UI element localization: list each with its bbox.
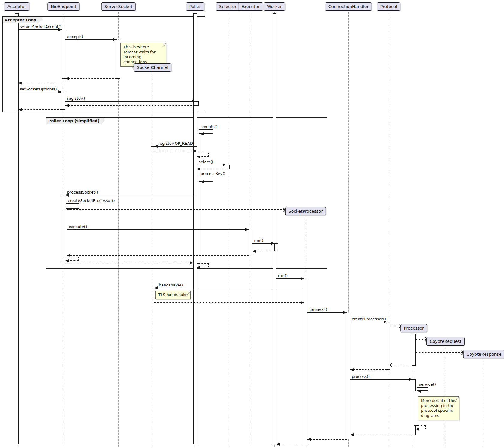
message-line-register bbox=[65, 101, 195, 102]
return-line-process-socket bbox=[65, 263, 193, 263]
arrowhead-accept bbox=[113, 38, 117, 41]
arrowhead-selfreturn-process-key bbox=[197, 266, 200, 269]
arrowhead-process-connection bbox=[343, 311, 347, 314]
lifeline-protocol bbox=[389, 12, 389, 447]
participant-socket-processor: SocketProcessor bbox=[285, 207, 326, 215]
arrowhead-return-create-processor bbox=[350, 368, 354, 371]
arrowhead-select bbox=[223, 163, 226, 166]
return-line-handshake bbox=[154, 302, 304, 303]
return-line-accept bbox=[65, 78, 117, 79]
message-label-accept: accept() bbox=[67, 34, 83, 39]
return-line-processor-create bbox=[392, 365, 412, 365]
return-line-process-connection bbox=[307, 439, 347, 440]
activation-connection-handler bbox=[347, 313, 350, 439]
frame-acceptor-loop-label: Acceptor Loop bbox=[2, 16, 42, 23]
note-tls: TLS handshake bbox=[155, 291, 191, 299]
message-label-run-worker: run() bbox=[254, 238, 263, 243]
message-line-create-coyote-response bbox=[416, 352, 463, 353]
arrowhead-return-handshake bbox=[301, 301, 304, 304]
participant-protocol: Protocol bbox=[377, 2, 400, 11]
arrowhead-process-processor bbox=[409, 378, 412, 381]
activation-processor-create bbox=[412, 334, 416, 366]
arrowhead-register-op-read bbox=[154, 145, 158, 148]
note-accept-text: This is where Tomcat waits for incoming … bbox=[123, 45, 156, 64]
arrowhead-return-run-socket-processor bbox=[276, 443, 280, 446]
return-line-server-socket-accept bbox=[19, 83, 62, 83]
message-line-select bbox=[197, 165, 226, 165]
message-label-set-socket-options: setSocketOptions() bbox=[20, 87, 57, 91]
participant-coyote-response: CoyoteResponse bbox=[463, 350, 504, 358]
message-label-process-key: processKey() bbox=[200, 171, 226, 176]
activation-selector bbox=[226, 165, 230, 169]
message-line-create-socket-processor-obj bbox=[67, 209, 285, 210]
activation-worker bbox=[273, 13, 276, 444]
message-label-process-processor: process() bbox=[352, 374, 370, 379]
participant-processor: Processor bbox=[400, 324, 427, 332]
activation-socket-channel-register bbox=[151, 146, 154, 151]
activation-nio-accept bbox=[62, 30, 65, 79]
arrowhead-return-process-processor bbox=[350, 433, 354, 436]
message-label-select: select() bbox=[199, 160, 213, 164]
message-line-process-socket bbox=[65, 195, 197, 195]
participant-selector: Selector bbox=[216, 2, 240, 11]
arrowhead-selfreturn-events bbox=[197, 155, 200, 158]
return-line-select bbox=[197, 169, 226, 169]
activation-server-socket bbox=[117, 40, 120, 79]
return-line-run-worker bbox=[252, 251, 274, 251]
arrowhead-process-key bbox=[200, 180, 204, 183]
arrowhead-selfreturn-create-socket-processor bbox=[65, 259, 69, 262]
activation-acceptor bbox=[15, 13, 19, 444]
message-line-process-connection bbox=[307, 312, 347, 313]
arrowhead-return-run-worker bbox=[252, 250, 256, 253]
return-line-run-socket-processor bbox=[276, 444, 304, 444]
message-line-create-processor bbox=[350, 322, 387, 322]
participant-nio-endpoint: NioEndpoint bbox=[47, 2, 79, 11]
message-line-server-socket-accept bbox=[19, 29, 62, 30]
return-line-register-op-read bbox=[154, 151, 197, 151]
return-line-set-socket-options bbox=[19, 109, 62, 110]
arrowhead-return-process-socket bbox=[190, 261, 193, 264]
message-label-register: register() bbox=[67, 96, 85, 101]
message-label-server-socket-accept: serverSocketAccept() bbox=[20, 25, 61, 29]
sequence-diagram: Acceptor Loop Poller Loop (simplified) s… bbox=[0, 0, 504, 448]
message-line-process-processor bbox=[350, 379, 412, 380]
frame-acceptor-loop bbox=[2, 16, 205, 112]
message-label-handshake: handshake() bbox=[159, 283, 183, 287]
activation-processor-service bbox=[414, 391, 417, 426]
arrowhead-run-socket-processor bbox=[301, 277, 304, 280]
arrowhead-return-set-socket-options bbox=[19, 108, 22, 111]
arrowhead-return-processor-create bbox=[390, 363, 395, 368]
arrowhead-return-process-connection bbox=[307, 438, 311, 441]
arrowhead-service bbox=[417, 390, 421, 393]
activation-worker-run bbox=[274, 243, 278, 251]
participant-server-socket: ServerSocket bbox=[101, 2, 136, 11]
message-label-create-socket-processor: createSocketProcessor() bbox=[68, 198, 115, 203]
message-line-accept bbox=[65, 39, 117, 40]
arrowhead-register bbox=[192, 100, 195, 103]
message-line-run-socket-processor bbox=[276, 278, 304, 279]
participant-coyote-request: CoyoteRequest bbox=[426, 337, 465, 346]
arrowhead-set-socket-options bbox=[58, 90, 62, 93]
participant-worker: Worker bbox=[264, 2, 285, 11]
arrowhead-run-worker bbox=[271, 242, 274, 245]
message-line-set-socket-options bbox=[19, 92, 62, 92]
note-detail: More detail of this processing in the pr… bbox=[418, 396, 459, 420]
selfreturn-process-key bbox=[199, 263, 209, 267]
activation-poller-register bbox=[195, 101, 199, 106]
arrowhead-return-execute bbox=[67, 254, 70, 257]
note-accept: This is where Tomcat waits for incoming … bbox=[120, 43, 166, 67]
message-label-events: events() bbox=[201, 124, 218, 129]
message-label-register-op-read: register(OP_READ) bbox=[158, 141, 194, 146]
lifeline-coyote-response bbox=[484, 359, 484, 447]
activation-protocol bbox=[387, 322, 390, 370]
return-line-process-processor bbox=[350, 435, 412, 435]
participant-socket-channel: SocketChannel bbox=[134, 63, 171, 72]
return-line-create-processor bbox=[350, 369, 387, 370]
arrowhead-return-server-socket-accept bbox=[19, 82, 22, 85]
note-tls-text: TLS handshake bbox=[158, 292, 188, 297]
arrowhead-selfreturn-service bbox=[416, 428, 419, 431]
arrowhead-create-socket-processor bbox=[67, 207, 70, 210]
message-line-execute bbox=[67, 229, 249, 230]
activation-executor bbox=[249, 230, 252, 255]
message-label-service: service() bbox=[419, 382, 436, 387]
